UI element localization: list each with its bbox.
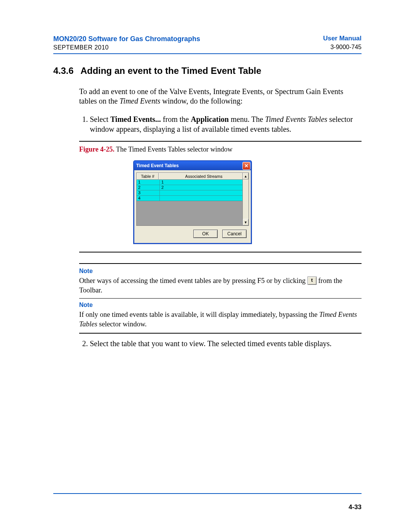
cell-streams — [160, 190, 249, 196]
figure-bottom-rule — [79, 252, 362, 252]
figure-top-rule — [79, 141, 362, 142]
table-row[interactable]: 3 — [137, 190, 249, 196]
step1-bold1: Timed Events... — [110, 115, 161, 123]
header-right: User Manual 3-9000-745 — [323, 34, 362, 52]
note-label-2: Note — [79, 302, 362, 308]
intro-text-b: window, do the following: — [160, 97, 242, 105]
timed-event-tables-window: Timed Event Tables ✕ Table # Associated … — [133, 160, 252, 244]
cell-streams: 2 — [160, 185, 249, 190]
step-1: Select Timed Events... from the Applicat… — [79, 115, 362, 134]
product-title: MON20/20 Software for Gas Chromatographs — [53, 34, 200, 43]
note1-top-rule — [79, 263, 362, 264]
section-heading: 4.3.6 Adding an event to the Timed Event… — [53, 66, 362, 76]
table-row[interactable]: 2 2 — [137, 185, 249, 190]
footer-rule — [53, 493, 362, 494]
header-rule — [53, 53, 362, 54]
figure-image: Timed Event Tables ✕ Table # Associated … — [133, 160, 362, 244]
col-table-number[interactable]: Table # — [137, 173, 159, 180]
close-icon[interactable]: ✕ — [242, 162, 250, 170]
figure-label: Figure 4-25. — [79, 145, 115, 153]
window-title: Timed Event Tables — [136, 163, 179, 168]
step1-c: menu. The — [229, 115, 265, 123]
scroll-up-icon[interactable]: ▲ — [243, 173, 249, 179]
step2-text: Select the table that you want to view. … — [90, 339, 362, 349]
intro-italic: Timed Events — [119, 97, 160, 105]
window-titlebar[interactable]: Timed Event Tables ✕ — [134, 161, 251, 170]
grid-header: Table # Associated Streams — [137, 173, 249, 180]
section-number: 4.3.6 — [53, 66, 73, 76]
note-label-1: Note — [79, 268, 362, 275]
step1-italic1: Timed Events Tables — [265, 115, 327, 123]
section-title: Adding an event to the Timed Event Table — [80, 66, 261, 76]
header-left: MON20/20 Software for Gas Chromatographs… — [53, 34, 200, 52]
cell-table-num: 4 — [137, 196, 160, 201]
note1-bottom-rule — [79, 298, 362, 299]
tables-grid[interactable]: Table # Associated Streams 1 1 2 2 — [136, 173, 249, 226]
page-number: 4-33 — [349, 503, 362, 511]
note2-a: If only one timed events table is availa… — [79, 311, 319, 318]
cell-table-num: 3 — [137, 190, 160, 196]
cell-streams — [160, 196, 249, 201]
manual-page: MON20/20 Software for Gas Chromatographs… — [0, 0, 411, 532]
window-body: Table # Associated Streams 1 1 2 2 — [134, 170, 251, 243]
grid-rows: 1 1 2 2 3 4 — [137, 180, 249, 201]
intro-paragraph: To add an event to one of the Valve Even… — [79, 87, 362, 106]
doc-date: SEPTEMBER 2010 — [53, 43, 200, 52]
note-1: Other ways of accessing the timed event … — [79, 276, 362, 295]
page-header: MON20/20 Software for Gas Chromatographs… — [53, 34, 362, 52]
table-row[interactable]: 1 1 — [137, 180, 249, 185]
note2-bottom-rule — [79, 333, 362, 334]
note-2: If only one timed events table is availa… — [79, 310, 362, 329]
cell-streams: 1 — [160, 180, 249, 185]
cell-table-num: 2 — [137, 185, 160, 190]
step1-b: from the — [161, 115, 191, 123]
note2-b: selector window. — [97, 320, 147, 328]
step1-a: Select — [90, 115, 110, 123]
col-associated-streams[interactable]: Associated Streams — [159, 173, 249, 180]
scrollbar[interactable]: ▲ ▼ — [242, 173, 249, 225]
table-row[interactable]: 4 — [137, 196, 249, 201]
scroll-down-icon[interactable]: ▼ — [243, 219, 249, 225]
ok-button[interactable]: OK — [193, 230, 218, 238]
window-button-row: OK Cancel — [136, 226, 249, 241]
step-2: Select the table that you want to view. … — [79, 339, 362, 349]
timed-events-toolbar-icon[interactable]: t — [307, 276, 317, 285]
figure-caption: Figure 4-25. The Timed Events Tables sel… — [79, 145, 362, 153]
manual-label: User Manual — [323, 34, 362, 43]
note1-a: Other ways of accessing the timed event … — [79, 277, 307, 284]
cell-table-num: 1 — [137, 180, 160, 185]
cancel-button[interactable]: Cancel — [222, 230, 247, 238]
doc-number: 3-9000-745 — [323, 43, 362, 51]
step1-bold2: Application — [191, 115, 229, 123]
figure-caption-text: The Timed Events Tables selector window — [115, 145, 233, 153]
